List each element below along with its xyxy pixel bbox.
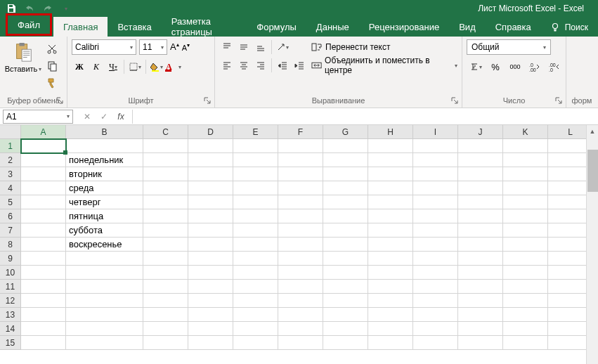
comma-format-icon[interactable]: 000 <box>506 59 524 74</box>
cell[interactable] <box>143 195 188 209</box>
orientation-icon[interactable]: ▾ <box>275 39 290 55</box>
cell[interactable] <box>323 336 368 350</box>
row-header[interactable]: 3 <box>0 167 21 181</box>
cell[interactable]: суббота <box>66 223 143 238</box>
cell[interactable] <box>458 181 503 195</box>
cell[interactable]: вторник <box>66 167 143 181</box>
cell[interactable] <box>413 223 458 238</box>
italic-button[interactable]: К <box>89 59 104 74</box>
row-header[interactable]: 9 <box>0 252 21 266</box>
underline-button[interactable]: Ч▾ <box>105 59 121 74</box>
column-header[interactable]: G <box>323 125 368 139</box>
row-header[interactable]: 8 <box>0 238 21 252</box>
row-header[interactable]: 10 <box>0 266 21 280</box>
cell[interactable] <box>323 195 368 209</box>
decrease-indent-icon[interactable] <box>275 58 290 73</box>
row-header[interactable]: 13 <box>0 308 21 322</box>
cell[interactable] <box>233 322 278 336</box>
cell[interactable] <box>66 139 143 153</box>
cell[interactable] <box>233 139 278 153</box>
cell[interactable] <box>21 223 66 238</box>
number-dialog-launcher[interactable] <box>554 96 564 105</box>
cell[interactable] <box>278 336 323 350</box>
cell[interactable] <box>458 336 503 350</box>
align-top-icon[interactable] <box>219 39 235 55</box>
cell[interactable] <box>503 294 548 308</box>
cell[interactable] <box>368 195 413 209</box>
cell[interactable] <box>368 308 413 322</box>
font-dialog-launcher[interactable] <box>202 96 212 105</box>
cell[interactable] <box>503 280 548 294</box>
align-bottom-icon[interactable] <box>253 39 268 55</box>
cell[interactable] <box>66 280 143 294</box>
row-header[interactable]: 2 <box>0 153 21 167</box>
cell[interactable] <box>458 266 503 280</box>
cell[interactable] <box>188 153 233 167</box>
cell[interactable] <box>368 181 413 195</box>
qat-customize-icon[interactable]: ▾ <box>58 1 74 16</box>
cell[interactable] <box>188 223 233 238</box>
vertical-scrollbar[interactable]: ▲ <box>586 125 598 364</box>
cell[interactable] <box>21 294 66 308</box>
cell[interactable] <box>143 336 188 350</box>
row-header[interactable]: 14 <box>0 322 21 336</box>
column-header[interactable]: H <box>368 125 413 139</box>
cell[interactable]: воскресенье <box>66 238 143 252</box>
insert-function-icon[interactable]: fx <box>114 110 128 124</box>
cell[interactable] <box>503 238 548 252</box>
cell[interactable] <box>323 139 368 153</box>
cell[interactable] <box>21 209 66 223</box>
cell[interactable] <box>323 181 368 195</box>
cell[interactable]: понедельник <box>66 153 143 167</box>
cell[interactable] <box>503 336 548 350</box>
cell[interactable] <box>233 266 278 280</box>
row-header[interactable]: 12 <box>0 294 21 308</box>
cell[interactable] <box>21 167 66 181</box>
decrease-font-icon[interactable]: A▾ <box>182 42 190 52</box>
cell[interactable] <box>503 266 548 280</box>
cell[interactable] <box>368 336 413 350</box>
cell[interactable] <box>323 223 368 238</box>
clipboard-dialog-launcher[interactable] <box>55 96 65 105</box>
cell[interactable] <box>323 167 368 181</box>
cell[interactable] <box>143 139 188 153</box>
cell[interactable] <box>458 322 503 336</box>
cell[interactable] <box>233 195 278 209</box>
cell[interactable] <box>368 238 413 252</box>
cell[interactable] <box>233 167 278 181</box>
cell[interactable] <box>278 223 323 238</box>
number-format-select[interactable]: Общий▾ <box>467 39 551 55</box>
scroll-up-icon[interactable]: ▲ <box>587 125 598 137</box>
cell[interactable] <box>413 308 458 322</box>
column-header[interactable]: B <box>66 125 143 139</box>
cell[interactable] <box>188 322 233 336</box>
select-all-corner[interactable] <box>0 125 21 139</box>
cell[interactable] <box>21 308 66 322</box>
align-center-icon[interactable] <box>236 58 252 73</box>
cell[interactable] <box>143 308 188 322</box>
cell[interactable] <box>278 153 323 167</box>
cell[interactable] <box>413 139 458 153</box>
cell[interactable] <box>188 238 233 252</box>
paste-button[interactable]: Вставить▾ <box>4 39 44 74</box>
cell[interactable] <box>413 195 458 209</box>
cell[interactable] <box>503 195 548 209</box>
cell[interactable] <box>368 209 413 223</box>
cell[interactable] <box>503 167 548 181</box>
font-color-button[interactable]: A▾ <box>166 59 181 74</box>
cell[interactable] <box>458 223 503 238</box>
cell[interactable] <box>143 252 188 266</box>
border-button[interactable]: ▾ <box>127 59 143 74</box>
cell[interactable] <box>323 322 368 336</box>
cell[interactable] <box>413 280 458 294</box>
cell[interactable] <box>368 223 413 238</box>
cell[interactable] <box>143 181 188 195</box>
cell[interactable] <box>368 252 413 266</box>
cell[interactable] <box>278 195 323 209</box>
cell[interactable] <box>66 294 143 308</box>
cut-icon[interactable] <box>45 42 59 56</box>
cell[interactable] <box>233 153 278 167</box>
cell[interactable] <box>188 252 233 266</box>
cell[interactable] <box>413 322 458 336</box>
cell[interactable] <box>458 280 503 294</box>
